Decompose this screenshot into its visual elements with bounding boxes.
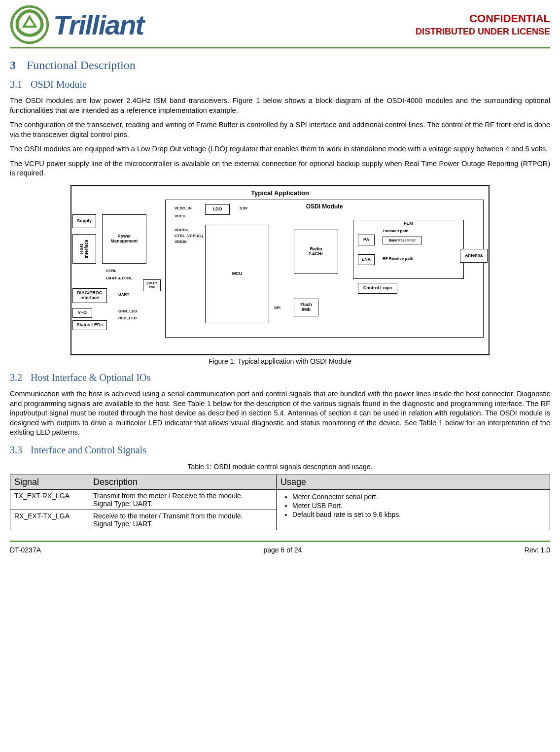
logo-text: Trilliant <box>53 9 143 41</box>
block-power-management: Power Management <box>102 214 146 264</box>
section-3-heading: 3 Functional Description <box>10 59 550 72</box>
block-supply: Supply <box>72 214 96 228</box>
block-mcu: MCU <box>205 225 269 323</box>
label-tx-path: Transmit path <box>383 229 408 233</box>
logo: Trilliant <box>10 5 143 44</box>
label-grn-led: GRN_LED <box>118 309 137 313</box>
usage-bullet-1: Meter USB Port. <box>292 502 546 510</box>
section-3-num: 3 <box>10 59 16 71</box>
label-ctrl-vcpu: CTRL_VCPU(L) <box>175 234 203 238</box>
label-ctrl: CTRL <box>106 269 116 273</box>
block-antenna: Antenna <box>460 249 488 263</box>
block-lna: LNA <box>358 254 375 265</box>
usage-bullet-0: Meter Connector serial port. <box>292 493 546 501</box>
cell-usage: Meter Connector serial port. Meter USB P… <box>277 489 550 530</box>
classification-header: CONFIDENTIAL DISTRIBUTED UNDER LICENSE <box>416 12 550 37</box>
figure-1-caption: Figure 1: Typical application with OSDI … <box>10 357 550 365</box>
block-fem-group: FEM <box>353 220 464 279</box>
block-radio: Radio 2.4GHz <box>294 230 338 274</box>
para-3-2-1: Communication with the host is achieved … <box>10 389 550 438</box>
block-flash: Flash 8Mb <box>294 299 318 316</box>
block-bpf: Band Pass Filter <box>383 237 422 244</box>
page-footer: DT-0237A page 6 of 24 Rev: 1.0 <box>10 546 550 554</box>
footer-right: Rev: 1.0 <box>525 546 550 554</box>
label-uart-ctrl: UART & CTRL <box>106 276 133 280</box>
para-3-1-4: The VCPU power supply line of the microc… <box>10 159 550 178</box>
label-vddbu: VDDBU <box>175 228 188 232</box>
table-1-caption: Table 1: OSDI module control signals des… <box>10 463 550 471</box>
block-ldo: LDO <box>205 204 230 215</box>
label-vcpu: VCPU <box>175 214 185 218</box>
label-spi: SPI <box>274 306 280 310</box>
label-3v3: 3.3V <box>240 206 247 210</box>
para-3-1-2: The configuration of the transceiver, re… <box>10 120 550 139</box>
section-3-1-num: 3.1 <box>10 79 22 90</box>
fem-label: FEM <box>353 221 463 226</box>
label-vldo-in: VLDO_IN <box>175 206 192 210</box>
block-control-logic: Control Logic <box>358 283 397 294</box>
section-3-2-heading: 3.2 Host Interface & Optional IOs <box>10 372 550 383</box>
section-3-1-heading: 3.1 OSDI Module <box>10 79 550 90</box>
figure-1-outer-title: Typical Application <box>76 189 484 197</box>
section-3-3-num: 3.3 <box>10 444 22 455</box>
cell-signal-0: TX_EXT-RX_LGA <box>10 489 89 510</box>
table-row: TX_EXT-RX_LGA Transmit from the meter / … <box>10 489 550 510</box>
cell-desc-1: Receive to the meter / Transmit from the… <box>89 510 277 530</box>
figure-1: Typical Application Supply Host Interfac… <box>10 185 550 365</box>
label-vddin: VDDIN <box>175 239 187 244</box>
para-3-1-1: The OSDI modules are low power 2.4GHz IS… <box>10 96 550 115</box>
label-rx-path: RF Receive path <box>383 256 413 261</box>
label-red-led: RED_LED <box>118 316 137 320</box>
classification-line2: DISTRIBUTED UNDER LICENSE <box>416 26 550 37</box>
th-usage: Usage <box>277 475 550 489</box>
usage-bullet-2: Default baud rate is set to 9.6 kbps. <box>292 511 546 518</box>
classification-line1: CONFIDENTIAL <box>416 12 550 26</box>
section-3-1-title: OSDI Module <box>31 79 87 90</box>
label-uart: UART <box>118 292 129 297</box>
cell-desc-0: Transmit from the meter / Receive to the… <box>89 489 277 510</box>
block-vplus: V+O <box>72 308 92 318</box>
section-3-2-num: 3.2 <box>10 372 22 383</box>
para-3-1-3: The OSDI modules are equipped with a Low… <box>10 144 550 154</box>
footer-rule <box>10 540 550 542</box>
footer-left: DT-0237A <box>10 546 41 554</box>
th-description: Description <box>89 475 277 489</box>
section-3-3-heading: 3.3 Interface and Control Signals <box>10 444 550 456</box>
block-diag-prog: DIAG/PROG interface <box>72 288 107 303</box>
th-signal: Signal <box>10 475 89 489</box>
header-rule <box>10 47 550 49</box>
block-status-leds: Status LEDs <box>72 320 107 330</box>
footer-center: page 6 of 24 <box>264 546 302 554</box>
section-3-title: Functional Description <box>27 59 136 71</box>
section-3-3-title: Interface and Control Signals <box>31 444 146 455</box>
block-host-interface: Host Interface <box>72 234 96 264</box>
block-xtal: 32KHz xtal <box>143 279 161 291</box>
block-pa: PA <box>358 235 375 245</box>
table-1: Signal Description Usage TX_EXT-RX_LGA T… <box>10 475 550 530</box>
trilliant-logo-icon <box>10 5 49 44</box>
section-3-2-title: Host Interface & Optional IOs <box>31 372 150 383</box>
cell-signal-1: RX_EXT-TX_LGA <box>10 510 89 530</box>
